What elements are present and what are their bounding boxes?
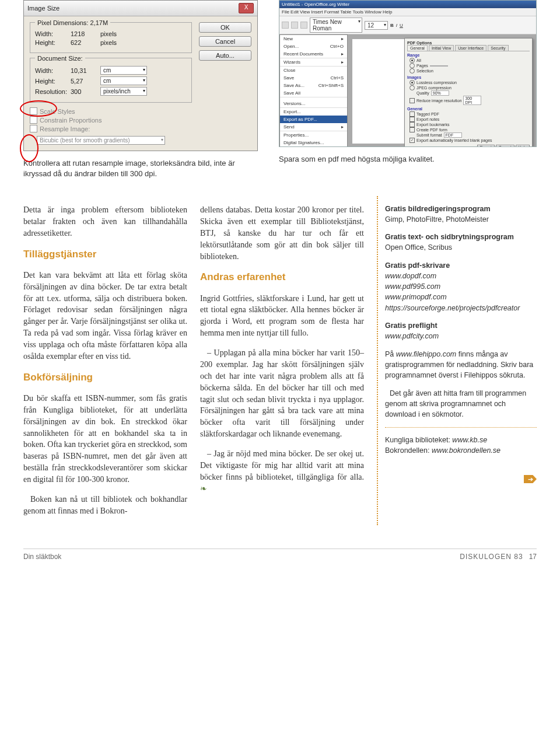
width-label: Width:: [35, 30, 67, 37]
ok-button[interactable]: OK: [199, 22, 251, 33]
tab-initial[interactable]: Initial View: [429, 45, 454, 51]
footer-magazine: DISKULOGEN 83: [460, 553, 523, 561]
help-button[interactable]: Help: [516, 145, 530, 147]
tree-ornament-icon: ❧: [200, 484, 207, 493]
constrain-checkbox[interactable]: [30, 116, 37, 124]
pixel-height: 622: [71, 39, 97, 46]
size-dropdown[interactable]: 12: [365, 21, 388, 30]
figure-right-caption: Spara som en pdf med högsta möjliga kval…: [279, 154, 537, 165]
continue-arrow-icon: ➔: [524, 475, 537, 483]
image-size-dialog: Image Size X Pixel Dimensions: 2,17M Wid…: [23, 0, 258, 151]
writer-menubar[interactable]: File Edit View Insert Format Table Tools…: [279, 8, 536, 16]
cancel-button[interactable]: Cancel: [199, 36, 251, 47]
article-body: Detta är inga problem eftersom bibliotek…: [23, 196, 537, 525]
tab-general[interactable]: General: [407, 45, 428, 51]
font-dropdown[interactable]: Times New Roman: [310, 18, 362, 33]
heading-bokforsaljning: Bokförsäljning: [23, 371, 187, 385]
heading-tillaggstjanster: Tilläggstjänster: [23, 247, 187, 261]
footer-page-number: 17: [529, 553, 537, 561]
form-checkbox[interactable]: [410, 127, 415, 132]
image-size-dialog-wrap: Image Size X Pixel Dimensions: 2,17M Wid…: [23, 0, 257, 151]
figure-left-caption: Kontrollera att rutan resample image, st…: [23, 158, 261, 179]
footer-section-title: Din släktbok: [23, 553, 61, 561]
resolution-unit-dropdown[interactable]: pixels/inch: [100, 87, 147, 96]
cancel-button[interactable]: Cancel: [496, 145, 514, 147]
doc-width: 10,31: [71, 67, 97, 74]
page-footer: Din släktbok DISKULOGEN 83 17: [23, 549, 537, 561]
resolution-value[interactable]: 300: [71, 88, 97, 95]
column-2: dellens databas. Detta kostar 200 kronor…: [200, 196, 364, 525]
export-as-pdf-menuitem: Export as PDF...: [280, 116, 347, 123]
scale-styles-checkbox[interactable]: [30, 107, 37, 115]
blank-checkbox[interactable]: ✓: [410, 138, 415, 143]
resample-checkbox[interactable]: [30, 125, 37, 132]
range-pages-radio[interactable]: [410, 63, 415, 68]
pdf-options-dialog: PDF Options General Initial View User In…: [404, 38, 533, 147]
file-menu-dropdown[interactable]: New▸ Open...Ctrl+O Recent Documents▸ Wiz…: [279, 34, 348, 147]
toolbar-icon[interactable]: [291, 22, 298, 29]
resolution-label: Resolution:: [35, 88, 67, 95]
height-unit-dropdown[interactable]: cm: [100, 76, 147, 85]
dialog-title: Image Size: [27, 5, 60, 12]
range-all-radio[interactable]: [410, 58, 415, 63]
jpeg-radio[interactable]: [410, 85, 415, 90]
toolbar-icon[interactable]: [300, 22, 307, 29]
column-1: Detta är inga problem eftersom bibliotek…: [23, 196, 187, 525]
heading-andras-erfarenhet: Andras erfarenhet: [200, 270, 364, 284]
export-button[interactable]: Export: [477, 145, 495, 147]
auto-button[interactable]: Auto...: [199, 50, 251, 61]
range-selection-radio[interactable]: [410, 68, 415, 74]
notes-checkbox[interactable]: [410, 117, 415, 122]
writer-titlebar: Untitled1 - OpenOffice.org Writer: [279, 1, 536, 8]
pixel-width: 1218: [71, 30, 97, 37]
sidebar: Gratis bildredigeringsprogramGimp, Photo…: [377, 196, 537, 525]
doc-height: 5,27: [71, 78, 97, 85]
toolbar-icon[interactable]: [282, 22, 289, 29]
bookmarks-checkbox[interactable]: [410, 122, 415, 127]
reduce-res-checkbox[interactable]: [410, 98, 415, 103]
height-label: Height:: [35, 39, 67, 46]
width-unit-dropdown[interactable]: cm: [100, 66, 147, 75]
openoffice-writer-screenshot: Untitled1 - OpenOffice.org Writer File E…: [279, 0, 537, 147]
lossless-radio[interactable]: [410, 80, 415, 85]
tab-ui[interactable]: User Interface: [455, 45, 487, 51]
writer-toolbar[interactable]: Times New Roman 12 B I U: [279, 16, 536, 34]
tagged-checkbox[interactable]: [410, 111, 415, 117]
resample-method-dropdown[interactable]: Bicubic (best for smooth gradients): [37, 136, 165, 145]
close-icon[interactable]: X: [239, 3, 254, 13]
quality-input[interactable]: 90%: [431, 90, 449, 96]
tab-security[interactable]: Security: [488, 45, 508, 51]
